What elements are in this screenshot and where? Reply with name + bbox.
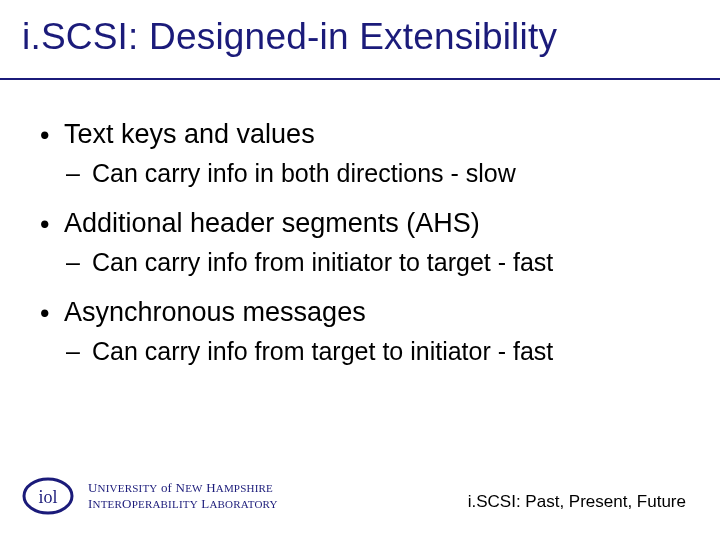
- bullet-2-sub-1-text: Can carry info from initiator to target …: [92, 248, 553, 276]
- bullet-2: • Additional header segments (AHS): [40, 207, 680, 241]
- bullet-1-sub-1-text: Can carry info in both directions - slow: [92, 159, 516, 187]
- org-line-1: UNIVERSITY of NEW HAMPSHIRE: [88, 480, 278, 496]
- bullet-1-sub-1: – Can carry info in both directions - sl…: [66, 158, 680, 189]
- t: PERABILITY: [132, 498, 198, 510]
- org-text: UNIVERSITY of NEW HAMPSHIRE INTEROPERABI…: [88, 480, 278, 511]
- dash-icon: –: [66, 247, 80, 278]
- iol-logo-text: iol: [38, 487, 57, 507]
- t: EW: [185, 482, 203, 494]
- t: of: [157, 480, 175, 495]
- bullet-2-sub-1: – Can carry info from initiator to targe…: [66, 247, 680, 278]
- bullet-2-text: Additional header segments (AHS): [64, 208, 480, 238]
- content-area: • Text keys and values – Can carry info …: [40, 118, 680, 385]
- t: U: [88, 480, 98, 495]
- bullet-3-text: Asynchronous messages: [64, 297, 366, 327]
- t: AMPSHIRE: [216, 482, 273, 494]
- t: O: [122, 496, 132, 511]
- disc-icon: •: [40, 297, 49, 331]
- dash-icon: –: [66, 158, 80, 189]
- bullet-3: • Asynchronous messages: [40, 296, 680, 330]
- bullet-1: • Text keys and values: [40, 118, 680, 152]
- disc-icon: •: [40, 119, 49, 153]
- slide: i.SCSI: Designed-in Extensibility • Text…: [0, 0, 720, 540]
- disc-icon: •: [40, 208, 49, 242]
- bullet-3-sub-1: – Can carry info from target to initiato…: [66, 336, 680, 367]
- t: ABORATORY: [209, 498, 277, 510]
- iol-logo-icon: iol: [22, 476, 74, 516]
- footer-left: iol UNIVERSITY of NEW HAMPSHIRE INTEROPE…: [22, 476, 278, 516]
- dash-icon: –: [66, 336, 80, 367]
- bullet-3-sub-1-text: Can carry info from target to initiator …: [92, 337, 553, 365]
- t: N: [176, 480, 186, 495]
- slide-title: i.SCSI: Designed-in Extensibility: [22, 16, 698, 58]
- title-divider: [0, 78, 720, 80]
- org-line-2: INTEROPERABILITY LABORATORY: [88, 496, 278, 512]
- t: NTER: [93, 498, 123, 510]
- footer: iol UNIVERSITY of NEW HAMPSHIRE INTEROPE…: [0, 460, 720, 520]
- footer-right-text: i.SCSI: Past, Present, Future: [468, 492, 686, 512]
- t: NIVERSITY: [98, 482, 158, 494]
- bullet-1-text: Text keys and values: [64, 119, 315, 149]
- t: H: [206, 480, 216, 495]
